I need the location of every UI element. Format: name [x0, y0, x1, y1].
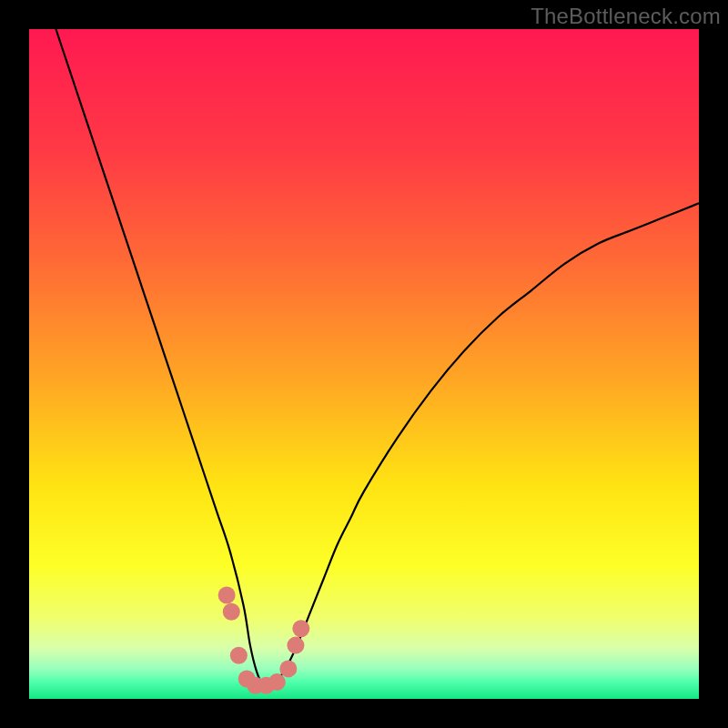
marker-dot — [287, 637, 304, 654]
marker-dot — [268, 673, 286, 691]
plot-area — [29, 29, 699, 699]
marker-dot — [279, 660, 297, 677]
marker-dot — [230, 647, 248, 664]
watermark-text: TheBottleneck.com — [531, 4, 721, 29]
chart-frame: TheBottleneck.com — [0, 0, 728, 728]
marker-dot — [292, 620, 309, 637]
gradient-background — [29, 29, 699, 699]
marker-dot — [218, 586, 236, 603]
chart-svg — [29, 29, 699, 699]
marker-dot — [223, 603, 240, 621]
